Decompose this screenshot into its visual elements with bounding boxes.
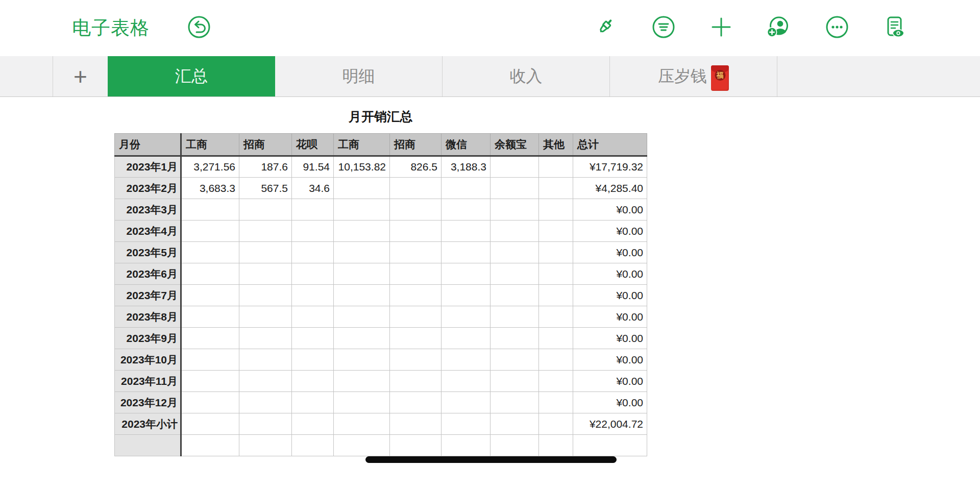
- column-header-wechat[interactable]: 微信: [442, 134, 491, 156]
- value-cell[interactable]: [334, 242, 390, 263]
- total-cell[interactable]: ¥4,285.40: [573, 178, 647, 199]
- total-cell[interactable]: ¥0.00: [573, 285, 647, 306]
- value-cell[interactable]: [239, 199, 292, 220]
- month-cell[interactable]: 2023年11月: [115, 371, 181, 392]
- value-cell[interactable]: 3,188.3: [442, 156, 491, 178]
- value-cell[interactable]: [334, 328, 390, 349]
- view-document-button[interactable]: [883, 16, 907, 40]
- column-header-cmb2[interactable]: 招商: [390, 134, 442, 156]
- total-cell[interactable]: ¥0.00: [573, 220, 647, 242]
- value-cell[interactable]: [181, 285, 239, 306]
- tab-income[interactable]: 收入: [443, 56, 610, 96]
- value-cell[interactable]: [292, 392, 334, 413]
- value-cell[interactable]: [491, 242, 539, 263]
- value-cell[interactable]: [181, 306, 239, 328]
- value-cell[interactable]: [334, 263, 390, 285]
- value-cell[interactable]: [181, 220, 239, 242]
- horizontal-scrollbar[interactable]: [365, 456, 617, 463]
- value-cell[interactable]: [334, 306, 390, 328]
- value-cell[interactable]: [292, 371, 334, 392]
- value-cell[interactable]: 187.6: [239, 156, 292, 178]
- month-cell[interactable]: 2023年9月: [115, 328, 181, 349]
- value-cell[interactable]: [491, 220, 539, 242]
- value-cell[interactable]: [442, 178, 491, 199]
- tab-summary[interactable]: 汇总: [108, 56, 275, 96]
- month-cell[interactable]: 2023年2月: [115, 178, 181, 199]
- month-cell[interactable]: 2023年5月: [115, 242, 181, 263]
- value-cell[interactable]: [491, 285, 539, 306]
- value-cell[interactable]: [292, 242, 334, 263]
- value-cell[interactable]: [292, 263, 334, 285]
- value-cell[interactable]: [334, 371, 390, 392]
- value-cell[interactable]: [539, 178, 573, 199]
- column-header-total[interactable]: 总计: [573, 134, 647, 156]
- value-cell[interactable]: [539, 328, 573, 349]
- value-cell[interactable]: [181, 392, 239, 413]
- value-cell[interactable]: [334, 285, 390, 306]
- value-cell[interactable]: 3,271.56: [181, 156, 239, 178]
- add-person-button[interactable]: [766, 16, 790, 40]
- value-cell[interactable]: [239, 371, 292, 392]
- value-cell[interactable]: [442, 285, 491, 306]
- total-cell[interactable]: ¥0.00: [573, 392, 647, 413]
- value-cell[interactable]: [292, 306, 334, 328]
- value-cell[interactable]: [390, 285, 442, 306]
- value-cell[interactable]: [239, 263, 292, 285]
- value-cell[interactable]: [491, 328, 539, 349]
- column-header-icbc2[interactable]: 工商: [334, 134, 390, 156]
- value-cell[interactable]: [239, 392, 292, 413]
- column-header-month[interactable]: 月份: [115, 134, 181, 156]
- value-cell[interactable]: [539, 242, 573, 263]
- month-cell[interactable]: 2023年6月: [115, 263, 181, 285]
- value-cell[interactable]: [390, 392, 442, 413]
- value-cell[interactable]: 3,683.3: [181, 178, 239, 199]
- value-cell[interactable]: [442, 371, 491, 392]
- value-cell[interactable]: [239, 220, 292, 242]
- value-cell[interactable]: [292, 220, 334, 242]
- value-cell[interactable]: [491, 306, 539, 328]
- value-cell[interactable]: [334, 349, 390, 371]
- value-cell[interactable]: [292, 199, 334, 220]
- value-cell[interactable]: [390, 220, 442, 242]
- total-cell[interactable]: ¥0.00: [573, 328, 647, 349]
- total-cell[interactable]: ¥0.00: [573, 263, 647, 285]
- value-cell[interactable]: [181, 413, 239, 435]
- value-cell[interactable]: [442, 263, 491, 285]
- total-cell[interactable]: [573, 435, 647, 456]
- total-cell[interactable]: ¥17,719.32: [573, 156, 647, 178]
- value-cell[interactable]: [442, 242, 491, 263]
- month-cell[interactable]: 2023年1月: [115, 156, 181, 178]
- value-cell[interactable]: [491, 392, 539, 413]
- value-cell[interactable]: [390, 328, 442, 349]
- value-cell[interactable]: [491, 349, 539, 371]
- value-cell[interactable]: [491, 371, 539, 392]
- column-header-yuebao[interactable]: 余额宝: [491, 134, 539, 156]
- value-cell[interactable]: [539, 349, 573, 371]
- value-cell[interactable]: [334, 413, 390, 435]
- value-cell[interactable]: [292, 328, 334, 349]
- adjust-button[interactable]: [651, 16, 676, 40]
- value-cell[interactable]: [442, 328, 491, 349]
- value-cell[interactable]: [539, 306, 573, 328]
- value-cell[interactable]: [491, 435, 539, 456]
- more-button[interactable]: [825, 16, 849, 40]
- total-cell[interactable]: ¥0.00: [573, 371, 647, 392]
- value-cell[interactable]: [181, 242, 239, 263]
- value-cell[interactable]: [539, 156, 573, 178]
- value-cell[interactable]: [239, 328, 292, 349]
- value-cell[interactable]: [539, 285, 573, 306]
- value-cell[interactable]: [539, 371, 573, 392]
- value-cell[interactable]: [539, 435, 573, 456]
- app-title[interactable]: 电子表格: [72, 15, 150, 41]
- total-cell[interactable]: ¥0.00: [573, 306, 647, 328]
- value-cell[interactable]: [390, 178, 442, 199]
- value-cell[interactable]: [334, 435, 390, 456]
- value-cell[interactable]: [292, 435, 334, 456]
- value-cell[interactable]: 567.5: [239, 178, 292, 199]
- value-cell[interactable]: [334, 178, 390, 199]
- column-header-cmb[interactable]: 招商: [239, 134, 292, 156]
- value-cell[interactable]: [239, 285, 292, 306]
- month-cell[interactable]: 2023年小计: [115, 413, 181, 435]
- month-cell[interactable]: [115, 435, 181, 456]
- month-cell[interactable]: 2023年8月: [115, 306, 181, 328]
